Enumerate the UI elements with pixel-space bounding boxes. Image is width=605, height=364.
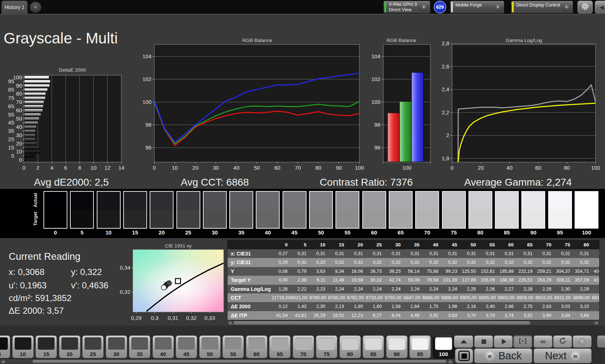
- single-measure-button[interactable]: [513, 335, 532, 348]
- table-cell: 2,22: [291, 285, 309, 293]
- swatch-target-half: [204, 210, 226, 228]
- level-button-50[interactable]: 50: [199, 335, 221, 358]
- settings-button[interactable]: [577, 1, 593, 13]
- svg-text:65: 65: [8, 103, 14, 109]
- scroll-right-icon[interactable]: ▶: [594, 321, 599, 325]
- table-cell: 0,31: [328, 249, 347, 258]
- table-cell: 3,74: [498, 311, 517, 320]
- level-button-10[interactable]: 10: [12, 335, 34, 358]
- play-button[interactable]: [494, 335, 513, 348]
- level-button-30[interactable]: 30: [106, 335, 127, 358]
- svg-text:102: 102: [371, 76, 380, 82]
- table-column-header: 5: [291, 240, 309, 249]
- table-cell: 2,24: [441, 285, 460, 293]
- level-swatch: [412, 337, 429, 350]
- level-button-70[interactable]: 70: [293, 335, 314, 358]
- source-dropdown-mobile-forge[interactable]: Mobile Forge ▼: [450, 1, 504, 13]
- scroll-left-icon[interactable]: ◀: [228, 321, 233, 325]
- table-cell: 0,12: [272, 302, 291, 311]
- tab-history-1[interactable]: History 1: [1, 1, 28, 14]
- swatch-actual-half: [256, 192, 279, 210]
- svg-text:30: 30: [16, 132, 22, 138]
- table-row-label: y: CIE31: [228, 258, 272, 267]
- level-button-85[interactable]: 85: [363, 335, 384, 358]
- display-dropdown-direct-display-control[interactable]: Direct Display Control ▼: [511, 1, 573, 13]
- svg-text:70: 70: [295, 165, 301, 171]
- rgb-balance-line-chart: 96981001021040102030405060708090100: [143, 39, 366, 171]
- swatch-actual-half: [443, 192, 465, 210]
- level-button-100[interactable]: 100: [433, 335, 454, 358]
- level-button-60[interactable]: 60: [246, 335, 267, 358]
- level-button-25[interactable]: 25: [82, 335, 104, 358]
- level-button-45[interactable]: 45: [176, 335, 197, 358]
- loop-button[interactable]: [553, 335, 572, 348]
- level-swatch: [201, 337, 218, 350]
- svg-text:0,32: 0,32: [120, 289, 130, 295]
- table-cell: 0,31: [573, 249, 592, 258]
- level-button-65[interactable]: 65: [269, 335, 291, 358]
- table-cell: 2,32: [592, 285, 600, 293]
- level-swatch: [435, 337, 452, 350]
- level-button-40[interactable]: 40: [153, 335, 174, 358]
- next-button[interactable]: Next »: [534, 348, 592, 363]
- table-cell: 304,37: [554, 267, 573, 276]
- pattern-window-button[interactable]: [455, 348, 473, 363]
- chevron-down-icon[interactable]: ▼: [493, 3, 502, 12]
- svg-text:96: 96: [374, 144, 380, 151]
- chevron-down-icon[interactable]: ▼: [562, 3, 571, 12]
- swatch-target-half: [575, 210, 598, 228]
- continuous-button[interactable]: ∞: [534, 335, 552, 348]
- grayscale-swatch-100: [575, 191, 598, 229]
- table-cell: 2,25: [460, 285, 479, 293]
- table-cell: 2,30: [309, 302, 328, 311]
- swatch-scrollbar-thumb[interactable]: [32, 360, 447, 363]
- expand-panel-button[interactable]: [454, 335, 473, 348]
- collapse-panel-button[interactable]: ◀: [595, 1, 605, 13]
- add-tab-button[interactable]: +: [30, 2, 41, 13]
- level-button-90[interactable]: 90: [386, 335, 408, 358]
- table-scrollbar[interactable]: ◀ ▶: [227, 320, 600, 326]
- level-swatch: [248, 337, 265, 350]
- level-button-20[interactable]: 20: [59, 335, 80, 358]
- svg-text:6: 6: [64, 165, 67, 171]
- level-label: 40: [153, 351, 174, 357]
- swatch-actual-half: [496, 192, 518, 210]
- grayscale-swatch-70: [415, 191, 439, 229]
- level-swatch: [388, 337, 405, 350]
- table-column-header: 45: [441, 240, 460, 249]
- table-cell: 41,54: [272, 311, 291, 320]
- svg-text:0,34: 0,34: [120, 264, 130, 271]
- svg-text:14: 14: [118, 165, 125, 171]
- swatch-level-label: 25: [176, 229, 200, 236]
- record-button[interactable]: [573, 335, 592, 348]
- back-button[interactable]: « Back: [474, 348, 532, 363]
- level-button-15[interactable]: 15: [36, 335, 57, 358]
- svg-text:0: 0: [22, 165, 25, 171]
- table-cell: 6,04: [385, 311, 404, 320]
- level-button-75[interactable]: 75: [316, 335, 337, 358]
- table-cell: 3,91: [422, 311, 441, 320]
- scroll-left-icon[interactable]: ◀: [0, 359, 5, 364]
- level-label: 60: [246, 351, 267, 357]
- level-swatch: [271, 337, 288, 350]
- swatch-scrollbar[interactable]: ◀ ▶: [0, 359, 454, 364]
- scroll-right-icon[interactable]: ▶: [448, 359, 453, 364]
- level-button-80[interactable]: 80: [339, 335, 361, 358]
- table-scrollbar-thumb[interactable]: [233, 321, 530, 325]
- table-cell: 6847,00: [404, 293, 422, 302]
- chevron-down-icon[interactable]: ▼: [420, 3, 428, 12]
- stop-button[interactable]: [474, 335, 493, 348]
- swatch-target-half: [389, 210, 412, 228]
- svg-text:0,3: 0,3: [151, 315, 158, 321]
- grayscale-strip: Actual Target 05101520253035404550556065…: [0, 189, 605, 238]
- level-swatch: [108, 337, 125, 350]
- level-button-35[interactable]: 35: [129, 335, 150, 358]
- level-button-55[interactable]: 55: [222, 335, 244, 358]
- partial-button[interactable]: [597, 335, 605, 348]
- level-button-95[interactable]: 95: [409, 335, 431, 358]
- meter-dropdown-xrite[interactable]: X-Rite i1Pro 3 Direct View ▼: [383, 1, 430, 13]
- table-row: Target Y0,002,386,1111,4619,5830,3242,74…: [228, 276, 599, 284]
- level-label: 75: [316, 351, 337, 357]
- level-button-5[interactable]: 5: [0, 335, 10, 358]
- svg-text:0: 0: [19, 157, 22, 163]
